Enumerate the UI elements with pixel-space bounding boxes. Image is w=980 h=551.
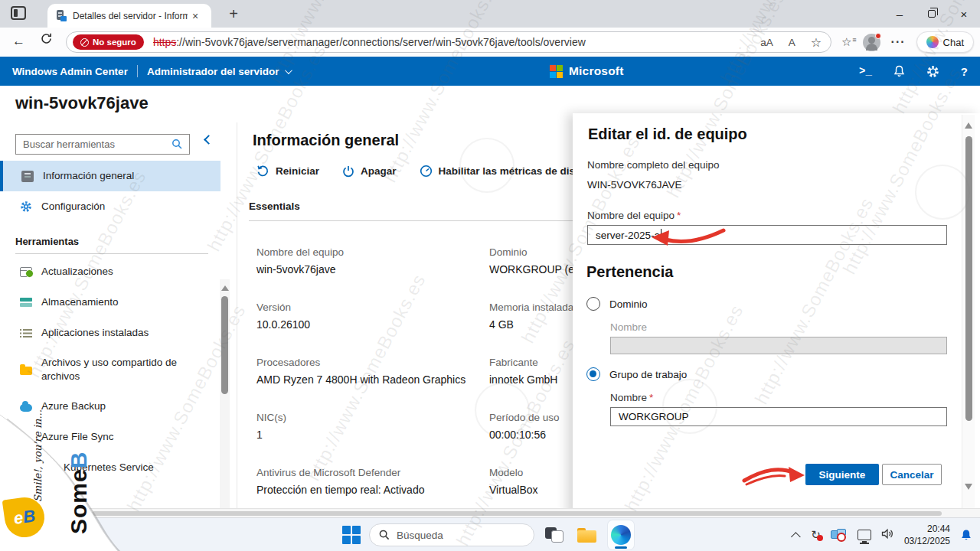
page-title: win-5vovk76jave — [15, 93, 149, 113]
sidebar-item-aplicaciones-instaladas[interactable]: Aplicaciones instaladas — [0, 318, 220, 348]
panel-scrollbar[interactable] — [962, 115, 975, 511]
minimize-button[interactable]: – — [884, 0, 916, 28]
tab-actions-icon[interactable] — [11, 6, 26, 20]
notifications-bell-icon[interactable] — [893, 65, 905, 77]
taskbar-search[interactable]: Búsqueda — [369, 523, 534, 546]
sidebar-item-archivos[interactable]: Archivos y uso compartido de archivos — [0, 348, 220, 391]
microsoft-wordmark: Microsoft — [569, 64, 624, 78]
workgroup-name-input[interactable]: WORKGROUP — [610, 407, 947, 426]
scroll-up-arrow[interactable] — [221, 285, 229, 291]
app-title[interactable]: Windows Admin Center — [12, 66, 128, 77]
tab-close-icon[interactable]: × — [192, 10, 198, 22]
copilot-icon — [926, 36, 939, 48]
help-icon[interactable]: ? — [961, 65, 968, 78]
url-text: https://win-5vovk76jave/servermanager/co… — [153, 36, 760, 48]
restart-button[interactable]: Reiniciar — [256, 165, 319, 178]
sidebar-item-configuracion[interactable]: Configuración — [0, 191, 220, 222]
new-tab-button[interactable]: + — [224, 5, 243, 24]
domain-radio[interactable] — [586, 297, 600, 311]
favorites-bar-icon[interactable]: ☆ — [841, 35, 851, 49]
scrollbar-thumb[interactable] — [221, 296, 228, 394]
tools-search-box[interactable] — [15, 134, 190, 155]
tray-time: 20:44 — [904, 523, 950, 535]
workgroup-radio[interactable] — [586, 367, 600, 381]
domain-radio-label[interactable]: Dominio — [609, 298, 648, 310]
edge-browser-icon[interactable] — [608, 520, 634, 549]
header-divider — [137, 65, 138, 77]
back-icon[interactable]: ← — [12, 34, 25, 49]
overview-title: Información general — [253, 132, 399, 149]
profile-notification-dot — [875, 33, 881, 39]
restart-icon — [256, 165, 270, 178]
gear-icon — [20, 201, 32, 213]
tray-display-icon[interactable] — [858, 530, 871, 540]
sidebar-item-actualizaciones[interactable]: Actualizaciones — [0, 256, 220, 287]
cancel-button[interactable]: Cancelar — [882, 464, 942, 485]
search-icon — [172, 139, 183, 150]
powershell-icon[interactable]: >_ — [859, 65, 872, 77]
restore-icon — [928, 10, 936, 18]
tools-search-input[interactable] — [16, 139, 172, 150]
active-app-indicator — [615, 546, 627, 549]
microsoft-logo — [550, 65, 563, 78]
horizontal-scrollbar[interactable] — [0, 508, 980, 517]
workgroup-radio-label[interactable]: Grupo de trabajo — [609, 369, 687, 380]
tray-sync-icon[interactable]: ↻ — [811, 528, 821, 542]
tray-date: 03/12/2025 — [904, 535, 950, 547]
field-antivirus: Antivirus de Microsoft DefenderProtecció… — [256, 467, 486, 496]
start-button[interactable] — [341, 525, 361, 545]
tray-network-icon[interactable] — [831, 529, 848, 541]
chevron-down-icon — [285, 67, 292, 74]
sidebar-item-informacion-general[interactable]: Información general — [0, 161, 220, 191]
not-secure-badge[interactable]: No seguro — [73, 34, 144, 50]
tray-volume-icon[interactable] — [881, 528, 894, 543]
search-placeholder: Búsqueda — [397, 530, 443, 541]
settings-gear-icon[interactable] — [926, 65, 939, 78]
scrollbar-thumb[interactable] — [92, 511, 942, 516]
file-explorer-icon[interactable] — [577, 528, 597, 543]
next-button[interactable]: Siguiente — [805, 464, 879, 485]
read-aloud-icon[interactable]: A — [789, 37, 795, 48]
enable-disk-metrics-button[interactable]: Habilitar las métricas de disco — [420, 165, 587, 178]
computer-name-input[interactable]: server-2025-a — [587, 225, 947, 245]
sidebar-collapse-icon[interactable] — [204, 135, 214, 145]
storage-icon — [20, 296, 32, 308]
translate-icon[interactable]: aA — [760, 37, 773, 48]
taskbar: Búsqueda ↻ 20:44 03/12/2025 — [0, 517, 980, 551]
shutdown-button[interactable]: Apagar — [342, 165, 397, 178]
sidebar-item-azure-backup[interactable]: Azure Backup — [0, 391, 220, 422]
domain-name-input — [610, 337, 947, 354]
workgroup-name-label: Nombre* — [610, 392, 653, 403]
scroll-up-arrow[interactable] — [965, 122, 972, 129]
scrollbar-thumb[interactable] — [965, 136, 972, 421]
required-asterisk: * — [677, 210, 681, 221]
refresh-icon[interactable] — [40, 32, 53, 49]
sidebar-item-almacenamiento[interactable]: Almacenamiento — [0, 287, 220, 318]
browser-address-bar: ← No seguro https://win-5vovk76jave/serv… — [0, 28, 980, 57]
favorite-star-icon[interactable]: ☆ — [811, 35, 822, 50]
gauge-icon — [420, 165, 433, 178]
full-name-label: Nombre completo del equipo — [587, 159, 720, 171]
tray-expand-icon[interactable] — [791, 532, 801, 542]
browser-menu-icon[interactable]: ··· — [891, 35, 906, 49]
copilot-chat-button[interactable]: Chat — [916, 31, 974, 53]
tools-section-header: Herramientas — [0, 222, 220, 253]
scroll-down-arrow[interactable] — [965, 484, 972, 490]
tray-notifications-bell-icon[interactable] — [960, 529, 972, 541]
browser-tab[interactable]: Detalles del servidor - Informació × — [47, 4, 211, 28]
sidebar-item-kubernetes-service[interactable]: Kubernetes Service — [0, 452, 220, 483]
restore-button[interactable] — [916, 0, 948, 28]
address-url-field[interactable]: No seguro https://win-5vovk76jave/server… — [66, 31, 831, 53]
text-cursor — [661, 229, 662, 241]
browser-tab-strip: Detalles del servidor - Informació × + –… — [0, 0, 980, 28]
azure-backup-cloud-icon — [20, 404, 32, 412]
tray-clock[interactable]: 20:44 03/12/2025 — [904, 523, 950, 547]
solution-menu[interactable]: Administrador del servidor — [147, 66, 291, 77]
profile-avatar[interactable] — [863, 34, 880, 51]
sidebar-item-azure-file-sync[interactable]: Azure File Sync — [0, 422, 220, 452]
folder-icon — [20, 367, 32, 375]
field-nombre-equipo: Nombre del equipowin-5vovk76jave — [256, 246, 486, 276]
close-button[interactable]: × — [948, 0, 980, 28]
task-view-icon[interactable] — [545, 527, 564, 543]
search-icon — [379, 530, 390, 540]
